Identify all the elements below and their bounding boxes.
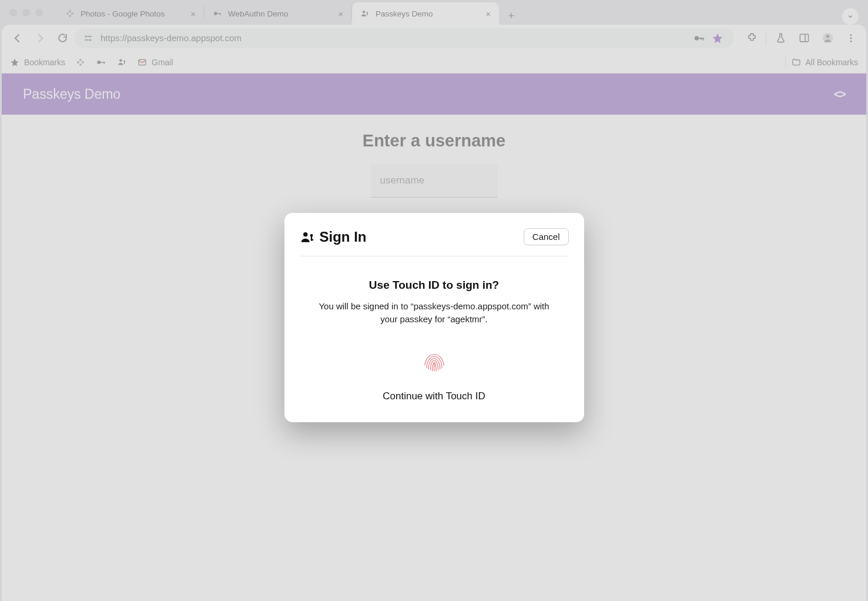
person-key-icon: [300, 229, 315, 245]
svg-point-36: [303, 232, 307, 236]
fingerprint-icon[interactable]: [419, 347, 450, 378]
dialog-message: You will be signed in to “passkeys-demo.…: [317, 300, 552, 326]
dialog-question: Use Touch ID to sign in?: [300, 279, 569, 292]
cancel-button[interactable]: Cancel: [524, 228, 569, 245]
dialog-title: Sign In: [320, 229, 367, 245]
signin-dialog: Sign In Cancel Use Touch ID to sign in? …: [284, 213, 584, 422]
dialog-cta: Continue with Touch ID: [300, 390, 569, 402]
svg-rect-39: [310, 239, 313, 240]
